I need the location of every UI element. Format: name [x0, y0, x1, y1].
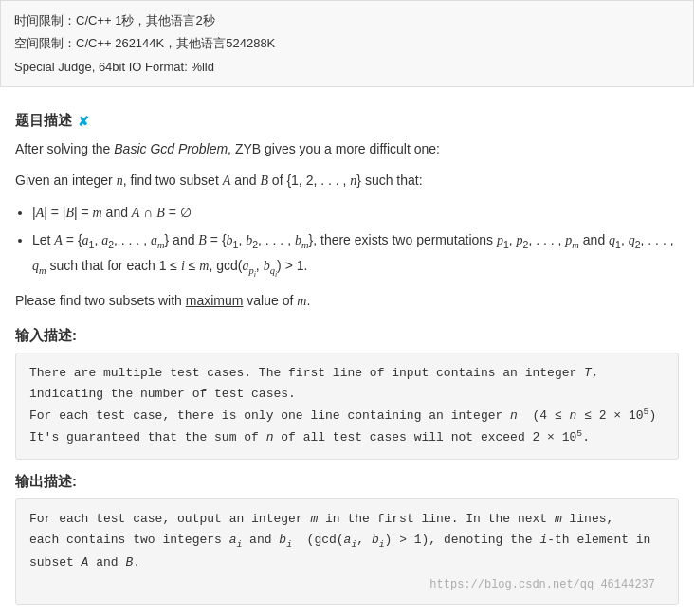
input-description-title: 输入描述:: [15, 327, 77, 345]
top-info-box: 时间限制：C/C++ 1秒，其他语言2秒 空间限制：C/C++ 262144K，…: [0, 0, 694, 87]
special-judge: Special Judge, 64bit IO Format: %lld: [14, 56, 680, 78]
output-code-block: For each test case, output an integer m …: [15, 498, 679, 606]
outro-line: Please find two subsets with maximum val…: [15, 289, 679, 313]
output-line-1: For each test case, output an integer m …: [29, 509, 665, 530]
intro-line1: After solving the Basic Gcd Problem, ZYB…: [15, 137, 679, 161]
output-description-title: 输出描述:: [15, 473, 77, 491]
space-limit: 空间限制：C/C++ 262144K，其他语言524288K: [14, 32, 680, 54]
time-limit: 时间限制：C/C++ 1秒，其他语言2秒: [14, 9, 680, 31]
output-line-2: each contains two integers ai and bi (gc…: [29, 530, 665, 553]
watermark: https://blog.csdn.net/qq_46144237: [29, 575, 665, 594]
input-line-4: It's guaranteed that the sum of n of all…: [29, 426, 665, 448]
condition-list: |A| = |B| = m and A ∩ B = ∅ Let A = {a1,…: [32, 201, 679, 282]
input-code-block: There are multiple test cases. The first…: [15, 353, 679, 460]
input-line-3: For each test case, there is only one li…: [29, 405, 665, 426]
input-line-2: indicating the number of test cases.: [29, 384, 665, 405]
condition-2: Let A = {a1, a2, . . . , am} and B = {b1…: [32, 228, 679, 282]
problem-icon: ✘: [78, 114, 89, 129]
intro-line2: Given an integer n, find two subset A an…: [15, 169, 679, 192]
input-line-1: There are multiple test cases. The first…: [29, 363, 665, 384]
output-line-3: subset A and B.: [29, 553, 665, 573]
problem-description-title: 题目描述: [15, 112, 72, 130]
condition-1: |A| = |B| = m and A ∩ B = ∅: [32, 201, 679, 225]
